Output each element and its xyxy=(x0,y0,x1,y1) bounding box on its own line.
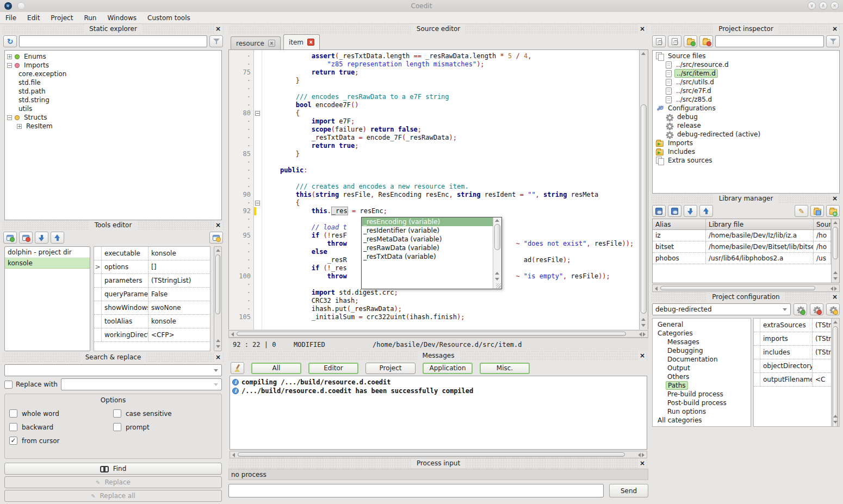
close-icon[interactable]: × xyxy=(639,458,646,468)
expander-icon[interactable]: − xyxy=(7,115,12,120)
checkbox-icon[interactable] xyxy=(9,423,17,431)
process-input-field[interactable] xyxy=(228,484,604,497)
config-category-item[interactable]: All categories xyxy=(654,416,749,425)
remove-source-button[interactable] xyxy=(668,35,681,47)
add-configuration-button[interactable] xyxy=(794,303,807,315)
symbol-tree-item[interactable]: std.file xyxy=(5,78,221,87)
library-vertical-scrollbar[interactable] xyxy=(831,219,839,283)
menu-edit[interactable]: Edit xyxy=(22,12,45,24)
remove-library-button[interactable] xyxy=(668,205,681,217)
completion-item[interactable]: _resIdentifier (variable) xyxy=(362,226,493,235)
message-line[interactable]: icompiling /.../build/resource.d.coedit xyxy=(232,378,644,386)
menu-file[interactable]: File xyxy=(0,12,22,24)
resize-grip-icon[interactable] xyxy=(496,283,501,288)
menu-custom-tools[interactable]: Custom tools xyxy=(142,12,196,24)
symbol-filter-input[interactable] xyxy=(19,35,207,47)
fold-marker-icon[interactable]: − xyxy=(255,201,260,206)
clear-filter-button[interactable] xyxy=(209,35,223,47)
project-tree-item[interactable]: ../src/z85.d xyxy=(654,95,838,104)
move-tool-down-button[interactable] xyxy=(35,232,48,244)
close-icon[interactable]: × xyxy=(639,24,646,34)
close-icon[interactable]: × xyxy=(214,352,222,362)
project-tree-item[interactable]: ../src/utils.d xyxy=(654,78,838,86)
tools-grid-scrollbar[interactable] xyxy=(214,246,222,351)
property-value[interactable]: swoNone xyxy=(148,301,210,315)
replace-button[interactable]: ✎Replace xyxy=(4,476,222,488)
property-value[interactable]: <C xyxy=(813,373,831,387)
close-icon[interactable]: × xyxy=(831,292,839,302)
property-value[interactable]: False xyxy=(148,288,210,301)
project-tree-item[interactable]: ../src/resource.d xyxy=(654,60,838,69)
project-tree-item[interactable]: Source files xyxy=(654,52,838,60)
filter-misc-button[interactable]: Misc. xyxy=(480,363,530,374)
add-library-button[interactable] xyxy=(652,205,666,217)
maximize-button[interactable]: ∧ xyxy=(819,2,827,10)
menu-project[interactable]: Project xyxy=(45,12,78,24)
edit-library-button[interactable]: ✎ xyxy=(795,205,808,217)
symbol-tree-item[interactable]: std.path xyxy=(5,87,221,96)
property-value[interactable] xyxy=(813,359,831,373)
remove-configuration-button[interactable] xyxy=(810,303,823,315)
property-value[interactable]: (TStringList) xyxy=(148,274,210,288)
checkbox-icon[interactable] xyxy=(113,409,121,418)
tool-item[interactable]: konsole xyxy=(5,258,90,269)
config-category-item[interactable]: Post-build process xyxy=(654,399,749,407)
column-header[interactable]: Alias xyxy=(653,219,706,229)
project-tree-item[interactable]: Configurations xyxy=(654,104,838,113)
property-value[interactable]: [] xyxy=(148,260,210,274)
project-tree-item[interactable]: Imports xyxy=(654,139,838,147)
send-button[interactable]: Send xyxy=(609,484,648,497)
completion-item[interactable]: _resEncoding (variable) xyxy=(362,217,493,226)
library-from-folder-button[interactable] xyxy=(826,205,840,217)
symbol-tree-item[interactable]: +Enums xyxy=(5,52,221,61)
library-row[interactable]: bitset/home/basile/Dev/Bitset/lib/bitset… xyxy=(653,241,831,253)
add-source-button[interactable] xyxy=(652,35,666,47)
tab-resource[interactable]: resourcex xyxy=(231,36,281,49)
minimize-button[interactable]: ∨ xyxy=(808,2,816,10)
config-category-item[interactable]: Pre-build process xyxy=(654,390,749,399)
menu-windows[interactable]: Windows xyxy=(102,12,142,24)
config-category-item[interactable]: Paths xyxy=(654,381,749,390)
menu-run[interactable]: Run xyxy=(78,12,102,24)
config-category-item[interactable]: Messages xyxy=(654,338,749,346)
filter-application-button[interactable]: Application xyxy=(423,363,473,374)
completion-scrollbar[interactable] xyxy=(493,217,501,289)
library-row[interactable]: phobos/usr/lib64/libphobos2.a/us xyxy=(653,253,831,264)
remove-folder-button[interactable] xyxy=(699,35,713,47)
checkbox-icon[interactable]: ✓ xyxy=(9,437,17,445)
option-from-cursor[interactable]: ✓from cursor xyxy=(9,437,113,445)
config-category-item[interactable]: Run options xyxy=(654,407,749,416)
symbol-tree-item[interactable]: +ResItem xyxy=(5,122,221,130)
project-tree-item[interactable]: debug xyxy=(654,113,838,121)
add-folder-button[interactable] xyxy=(684,35,697,47)
project-tree-item[interactable]: ../src/e7F.d xyxy=(654,86,838,95)
close-tab-icon[interactable]: x xyxy=(268,40,275,47)
find-button[interactable]: Find xyxy=(4,463,222,475)
option-prompt[interactable]: prompt xyxy=(113,423,217,431)
project-tree-item[interactable]: Extra sources xyxy=(654,156,838,165)
editor-vertical-scrollbar[interactable] xyxy=(639,50,648,329)
option-backward[interactable]: backward xyxy=(9,423,113,431)
property-value[interactable]: (TStringList) xyxy=(813,319,831,332)
inspector-clear-filter-button[interactable] xyxy=(826,35,840,47)
messages-log[interactable]: icompiling /.../build/resource.d.coediti… xyxy=(230,376,647,450)
symbol-tree-item[interactable]: −Imports xyxy=(5,61,221,70)
close-button[interactable]: × xyxy=(830,2,839,10)
checkbox-icon[interactable] xyxy=(9,409,17,418)
config-category-item[interactable]: Output xyxy=(654,364,749,372)
completion-item[interactable]: _resRawData (variable) xyxy=(362,244,493,252)
project-tree-item[interactable]: ../src/item.d xyxy=(654,69,838,78)
checkbox-icon[interactable] xyxy=(113,423,121,431)
close-icon[interactable]: × xyxy=(214,24,222,34)
message-line[interactable]: i/.../build/resource.d.coedit has been s… xyxy=(232,387,644,395)
project-tree-item[interactable]: debug-redirected (active) xyxy=(654,130,838,139)
column-header[interactable]: Library file xyxy=(706,219,814,229)
symbol-tree-item[interactable]: std.string xyxy=(5,96,221,104)
filter-editor-button[interactable]: Editor xyxy=(308,363,358,374)
option-case-sensitive[interactable]: case sensitive xyxy=(113,409,217,418)
close-tab-icon[interactable]: x xyxy=(307,39,314,46)
library-row[interactable]: iz/home/basile/Dev/Iz/lib/iz.a/ho xyxy=(653,230,831,241)
symbol-tree-item[interactable]: −Structs xyxy=(5,113,221,122)
tool-item[interactable]: dolphin - project dir xyxy=(5,247,90,258)
config-category-item[interactable]: Documentation xyxy=(654,355,749,364)
